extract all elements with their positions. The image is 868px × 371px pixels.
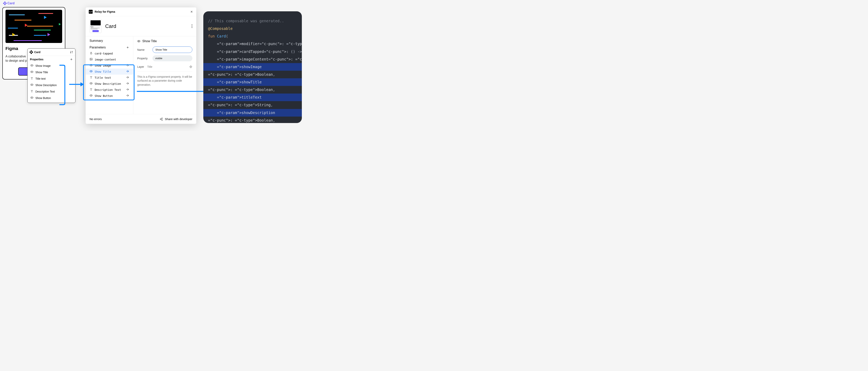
parameter-row[interactable]: Title text <box>86 75 133 81</box>
add-icon[interactable] <box>126 46 129 49</box>
parameter-label: Description Text <box>95 88 121 91</box>
kebab-menu-icon[interactable] <box>192 24 192 28</box>
eye-icon <box>30 70 33 74</box>
parameter-row[interactable]: Show Button <box>86 93 133 99</box>
detail-header: Show Title <box>137 39 192 43</box>
close-icon[interactable] <box>190 10 193 13</box>
summary-section[interactable]: Summary <box>86 39 133 44</box>
svg-point-11 <box>91 95 92 96</box>
relay-right-panel: Show Title Name Show Title Property visi… <box>133 36 196 114</box>
eye-icon <box>30 64 33 68</box>
property-row[interactable]: Title text <box>28 75 75 82</box>
text-icon <box>90 76 93 79</box>
relay-dialog: </> Relay for Figma Figma Card Summary <box>86 7 196 124</box>
property-label: Description Text <box>35 90 55 93</box>
component-label: Card <box>3 2 14 5</box>
parameter-label: Show Description <box>95 82 121 85</box>
property-row[interactable]: Show Description <box>28 82 75 88</box>
text-icon <box>90 88 93 92</box>
parameter-row[interactable]: Show Image <box>86 63 133 69</box>
share-button[interactable]: Share with developer <box>160 117 192 121</box>
component-label-text: Card <box>7 2 14 5</box>
svg-point-2 <box>31 85 32 85</box>
properties-title: Card <box>34 50 40 54</box>
card-image <box>5 10 62 43</box>
parameter-row[interactable]: Show Description <box>86 81 133 87</box>
properties-header: Card <box>28 48 75 56</box>
property-label: Show Description <box>35 83 57 87</box>
text-icon <box>30 90 33 93</box>
property-row[interactable]: Show Image <box>28 63 75 69</box>
target-icon[interactable] <box>189 65 192 68</box>
layer-name: Title <box>144 65 189 68</box>
svg-point-15 <box>162 118 162 119</box>
component-icon <box>29 50 33 54</box>
adjust-icon[interactable] <box>70 50 73 54</box>
svg-point-7 <box>91 59 91 59</box>
svg-point-12 <box>138 41 139 42</box>
eye-icon <box>30 83 33 87</box>
text-icon <box>30 77 33 80</box>
code-panel: // This composable was generated.. @Comp… <box>203 11 302 123</box>
tap-icon <box>90 52 93 55</box>
svg-point-0 <box>31 65 32 66</box>
properties-panel: Card Properties Show ImageShow TitleTitl… <box>27 48 75 103</box>
link-icon <box>126 88 129 92</box>
properties-section-header: Properties <box>28 56 75 62</box>
svg-point-17 <box>162 120 162 120</box>
parameters-header: Parameters <box>86 44 133 50</box>
svg-point-9 <box>91 71 92 72</box>
component-icon <box>3 1 7 5</box>
relay-footer: No errors Share with developer <box>86 114 196 124</box>
relay-thumbnail: Figma <box>90 19 102 33</box>
image-icon <box>90 58 93 61</box>
relay-left-panel: Summary Parameters card-tappedimage-cont… <box>86 36 133 114</box>
property-row[interactable]: Show Button <box>28 95 75 101</box>
parameter-label: image-content <box>95 58 116 61</box>
parameter-label: Title text <box>95 76 111 79</box>
eye-icon <box>90 94 93 98</box>
svg-point-3 <box>31 97 32 98</box>
link-icon <box>126 70 129 73</box>
link-icon <box>126 64 129 67</box>
eye-icon <box>90 70 93 73</box>
property-label: Title text <box>35 77 45 80</box>
relay-app-title: Relay for Figma <box>95 10 115 13</box>
svg-marker-5 <box>81 82 84 86</box>
status-text: No errors <box>90 117 102 121</box>
eye-icon <box>30 96 33 100</box>
bracket-annotation <box>59 64 65 105</box>
property-row[interactable]: Description Text <box>28 88 75 95</box>
property-label: Show Title <box>35 71 48 74</box>
parameter-label: Show Button <box>95 94 113 97</box>
share-icon <box>160 117 163 121</box>
parameter-row[interactable]: Description Text <box>86 87 133 93</box>
svg-point-8 <box>91 65 92 66</box>
link-icon <box>126 82 129 86</box>
properties-list: Show ImageShow TitleTitle textShow Descr… <box>28 62 75 103</box>
svg-point-16 <box>160 119 161 120</box>
svg-point-14 <box>191 67 191 67</box>
name-input[interactable]: Show Title <box>153 46 192 53</box>
link-icon <box>126 76 129 79</box>
relay-titlebar: </> Relay for Figma <box>86 7 196 16</box>
svg-point-1 <box>31 71 32 72</box>
svg-point-10 <box>91 83 92 84</box>
parameter-row[interactable]: Show Title <box>86 69 133 75</box>
relay-app-icon: </> <box>89 10 93 14</box>
eye-icon <box>137 40 141 43</box>
property-label: Show Button <box>35 97 51 100</box>
parameter-label: Show Title <box>95 70 111 73</box>
parameter-label: card-tapped <box>95 52 113 55</box>
parameter-row[interactable]: card-tapped <box>86 50 133 57</box>
arrow-annotation <box>69 82 84 88</box>
property-select[interactable]: visible <box>153 55 192 61</box>
parameter-row[interactable]: image-content <box>86 57 133 63</box>
name-field-row: Name Show Title <box>137 46 192 53</box>
add-icon[interactable] <box>70 58 73 61</box>
link-icon <box>126 94 129 98</box>
property-field-row: Property visible <box>137 55 192 61</box>
parameter-label: Show Image <box>95 64 111 67</box>
arrow-annotation <box>137 89 214 95</box>
property-row[interactable]: Show Title <box>28 69 75 75</box>
